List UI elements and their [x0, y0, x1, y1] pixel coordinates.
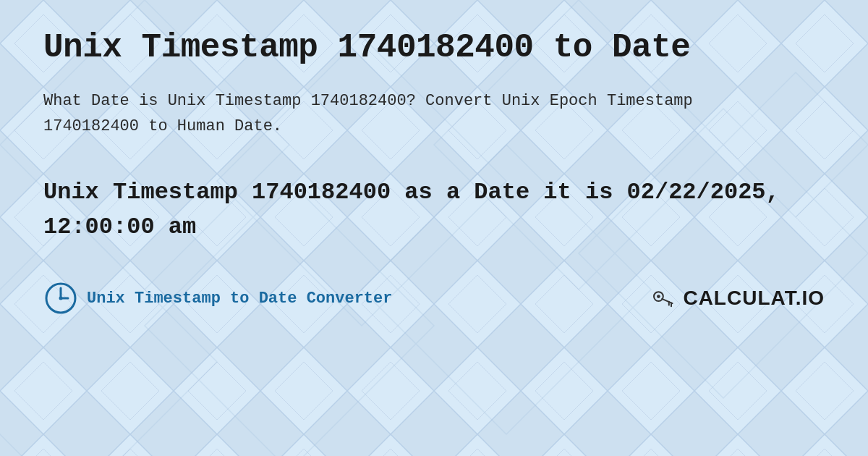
- svg-point-16: [657, 295, 660, 299]
- logo-icon: [648, 284, 677, 313]
- calculat-logo: CALCULAT.IO: [648, 284, 825, 313]
- clock-icon: [43, 281, 78, 316]
- result-section: Unix Timestamp 1740182400 as a Date it i…: [43, 175, 825, 245]
- page-description: What Date is Unix Timestamp 1740182400? …: [43, 88, 694, 139]
- page-title: Unix Timestamp 1740182400 to Date: [43, 29, 825, 67]
- logo-text: CALCULAT.IO: [683, 287, 825, 310]
- footer: Unix Timestamp to Date Converter CALCULA…: [43, 274, 825, 316]
- footer-left: Unix Timestamp to Date Converter: [43, 281, 392, 316]
- svg-point-14: [59, 297, 63, 300]
- result-text: Unix Timestamp 1740182400 as a Date it i…: [43, 175, 825, 245]
- footer-label[interactable]: Unix Timestamp to Date Converter: [87, 290, 392, 308]
- main-content: Unix Timestamp 1740182400 to Date What D…: [0, 0, 868, 345]
